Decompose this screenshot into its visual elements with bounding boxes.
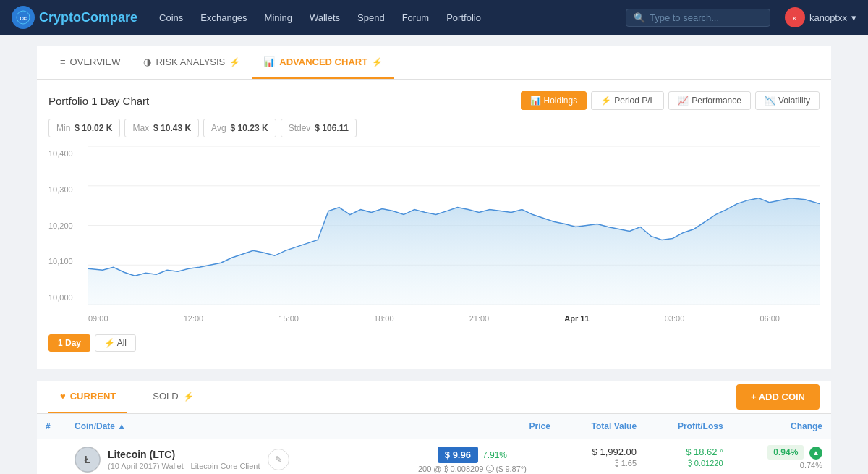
coin-name: Litecoin (LTC) [108,449,260,460]
col-price: Price [386,414,559,439]
price-box: $ 9.96 [438,447,478,463]
nav-exchanges[interactable]: Exchanges [193,8,254,27]
tab-overview-label: OVERVIEW [70,56,121,67]
change-badge: 0.94% [767,445,804,460]
col-change: Change [732,414,831,439]
price-change-pct: 7.91% [482,450,507,460]
tab-risk-analysis[interactable]: ◑ RISK ANALYSIS ⚡ [132,46,252,79]
y-label-1: 10,400 [48,149,85,158]
x-label-0300: 03:00 [665,314,685,323]
sold-lightning-icon: ⚡ [183,392,194,402]
y-label-5: 10,000 [48,293,85,302]
stat-max: Max $ 10.43 K [124,119,199,137]
table-row: Ł Litecoin (LTC) (10 April 2017) Wallet … [37,439,831,475]
user-icon: K [785,7,805,27]
time-btn-all[interactable]: ⚡ All [95,334,136,352]
btn-volatility[interactable]: 📉 Volatility [755,91,820,110]
btn-period-pl[interactable]: ⚡ Period P/L [591,91,664,110]
tab-current-label: CURRENT [70,391,116,402]
search-input[interactable] [650,12,762,23]
nav-coins[interactable]: Coins [152,8,190,27]
svg-text:cc: cc [20,14,27,22]
tab-overview[interactable]: ≡ OVERVIEW [48,46,132,79]
page: ≡ OVERVIEW ◑ RISK ANALYSIS ⚡ 📊 ADVANCED … [25,35,843,474]
y-label-4: 10,100 [48,257,85,266]
col-num: # [37,414,66,439]
chart-header: Portfolio 1 Day Chart 📊 Holdings ⚡ Perio… [48,91,820,110]
bottom-tab-group: ♥ CURRENT — SOLD ⚡ [48,381,205,413]
risk-icon: ◑ [143,56,151,67]
btn-holdings[interactable]: 📊 Holdings [521,91,587,110]
volatility-icon: 📉 [765,96,775,106]
logo[interactable]: cc CryptoCompare [12,6,137,29]
tab-risk-label: RISK ANALYSIS [156,56,225,67]
tab-sold[interactable]: — SOLD ⚡ [127,381,205,413]
holdings-icon: 📊 [530,96,541,106]
coin-sub: (10 April 2017) Wallet - Litecoin Core C… [108,462,260,470]
chart-title: Portfolio 1 Day Chart [48,95,149,107]
nav-wallets[interactable]: Wallets [302,8,347,27]
heart-icon: ♥ [60,391,66,402]
username: kanoptxx [809,12,847,23]
chart-area: 10,400 10,300 10,200 10,100 10,000 [48,146,820,305]
table-header-row: # Coin/Date ▲ Price Total Value Profit/L… [37,414,831,439]
x-label-2100: 21:00 [469,314,490,323]
row-profit-loss: $ 18.62 ° ₿ 0.01220 [645,439,732,475]
x-label-1800: 18:00 [374,314,394,323]
bottom-section: ♥ CURRENT — SOLD ⚡ + ADD COIN # Coin/Dat… [37,381,831,474]
price-details: 200 @ ₿ 0.008209 ⓘ ($ 9.87°) [394,465,550,473]
risk-lightning-icon: ⚡ [229,57,240,67]
tab-advanced-chart[interactable]: 📊 ADVANCED CHART ⚡ [252,46,394,79]
chart-svg [88,146,820,305]
period-lightning-icon: ⚡ [600,96,611,106]
total-value-sub: ₿ 1.65 [568,459,637,467]
user-area[interactable]: K kanoptxx ▾ [785,7,856,27]
time-btn-1day[interactable]: 1 Day [48,334,90,352]
logo-text: CryptoCompare [39,10,137,25]
overview-icon: ≡ [60,56,66,67]
stat-avg: Avg $ 10.23 K [203,119,276,137]
total-value-main: $ 1,992.00 [568,447,637,457]
nav-forum[interactable]: Forum [395,8,437,27]
bottom-tabs: ♥ CURRENT — SOLD ⚡ + ADD COIN [37,381,831,414]
x-label-0600: 06:00 [760,314,780,323]
chart-buttons: 📊 Holdings ⚡ Period P/L 📈 Performance 📉 … [521,91,820,110]
x-label-0900: 09:00 [88,314,109,323]
edit-icon[interactable]: ✎ [268,449,289,470]
x-axis: 09:00 12:00 15:00 18:00 21:00 Apr 11 03:… [48,311,820,329]
profit-sub: ₿ 0.01220 [654,459,723,467]
svg-text:K: K [793,15,797,22]
chevron-down-icon: ▾ [851,12,856,23]
change-sub: 0.74% [741,461,822,470]
main-tabs: ≡ OVERVIEW ◑ RISK ANALYSIS ⚡ 📊 ADVANCED … [37,46,831,80]
coin-details: Litecoin (LTC) (10 April 2017) Wallet - … [108,449,260,470]
btn-performance[interactable]: 📈 Performance [668,91,751,110]
chart-inner [88,146,820,305]
search-box[interactable]: 🔍 [626,9,770,27]
stats-row: Min $ 10.02 K Max $ 10.43 K Avg $ 10.23 … [48,119,820,137]
change-value: 0.94% ▲ [741,447,822,460]
row-num [37,439,66,475]
profit-marker: ° [720,448,723,457]
coin-logo: Ł [75,447,101,473]
col-coin-date[interactable]: Coin/Date ▲ [66,414,386,439]
stat-stdev: Stdev $ 106.11 [281,119,357,137]
nav-mining[interactable]: Mining [258,8,299,27]
navbar: cc CryptoCompare Coins Exchanges Mining … [0,0,868,35]
col-total-value: Total Value [559,414,645,439]
col-profit-loss: Profit/Loss [645,414,732,439]
performance-icon: 📈 [678,96,689,106]
x-label-1500: 15:00 [278,314,299,323]
tab-sold-label: SOLD [153,391,178,402]
stat-min: Min $ 10.02 K [48,119,120,137]
add-coin-button[interactable]: + ADD COIN [736,384,820,410]
logo-icon: cc [12,6,35,29]
search-icon: 🔍 [634,12,645,23]
nav-portfolio[interactable]: Portfolio [439,8,488,27]
nav-links: Coins Exchanges Mining Wallets Spend For… [152,8,620,27]
up-arrow-icon: ▲ [809,447,822,460]
tab-current[interactable]: ♥ CURRENT [48,381,127,413]
nav-spend[interactable]: Spend [350,8,392,27]
x-label-1200: 12:00 [184,314,204,323]
coin-info: Ł Litecoin (LTC) (10 April 2017) Wallet … [75,447,377,473]
